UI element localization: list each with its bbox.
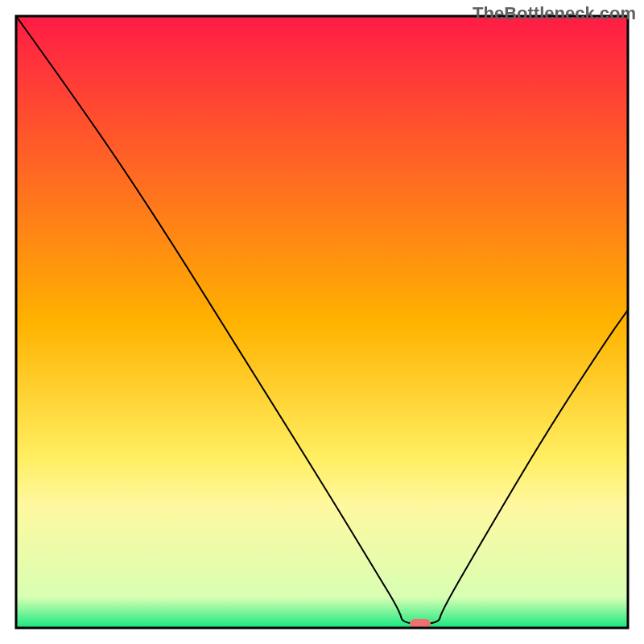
chart-canvas — [0, 0, 644, 644]
plot-background — [16, 16, 628, 628]
chart-container: TheBottleneck.com — [0, 0, 644, 644]
watermark-text: TheBottleneck.com — [473, 3, 636, 24]
